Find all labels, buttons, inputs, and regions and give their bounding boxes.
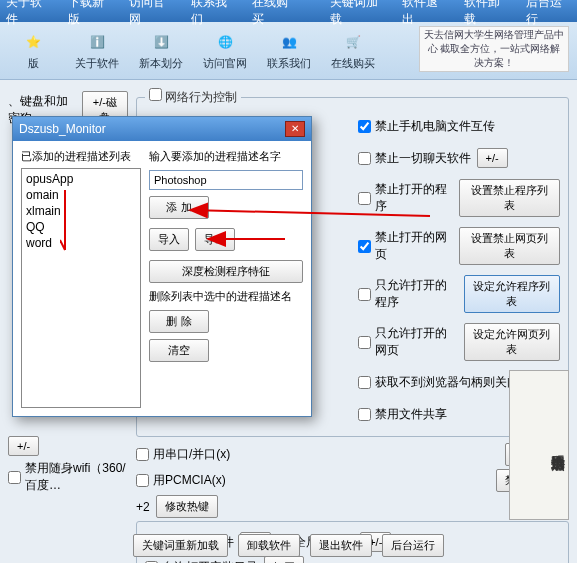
star-icon: ⭐	[21, 30, 45, 54]
list-item[interactable]: xlmain	[24, 203, 138, 219]
chk-wifi[interactable]: 禁用随身wifi（360/百度…	[8, 460, 128, 494]
side-banner[interactable]: 点击这里请求远程协助	[509, 370, 569, 520]
dialog-titlebar[interactable]: Dszusb_Monitor ✕	[13, 117, 311, 141]
btn-exit[interactable]: 退出软件	[310, 534, 372, 557]
close-icon[interactable]: ✕	[285, 121, 305, 137]
menu-uninstall[interactable]: 软件卸载	[464, 0, 510, 28]
btn-reload-keyword[interactable]: 关键词重新加载	[133, 534, 228, 557]
download-icon: ⬇️	[149, 30, 173, 54]
menu-about[interactable]: 关于软件	[6, 0, 52, 28]
process-listbox[interactable]: opusApp omain xlmain QQ word	[21, 168, 141, 408]
chk-noweb[interactable]: 禁止打开的网页	[358, 229, 453, 263]
menu-contact[interactable]: 联系我们	[191, 0, 237, 28]
chk-allowprog[interactable]: 只允许打开的程序	[358, 277, 458, 311]
chk-pcmcia[interactable]: 用PCMCIA(x)	[136, 472, 226, 489]
btn-noweb[interactable]: 设置禁止网页列表	[459, 227, 560, 265]
btn-uninstall[interactable]: 卸载软件	[238, 534, 300, 557]
input-label: 输入要添加的进程描述名字	[149, 149, 303, 164]
tb-buy[interactable]: 🛒在线购买	[324, 26, 382, 76]
tb-version[interactable]: ⭐版	[4, 26, 62, 76]
hotkey-suffix: +2	[136, 500, 150, 514]
btn-allowweb[interactable]: 设定允许网页列表	[464, 323, 560, 361]
process-name-input[interactable]	[149, 170, 303, 190]
menu-keyword[interactable]: 关键词加载	[330, 0, 387, 28]
tb-about[interactable]: ℹ️关于软件	[68, 26, 126, 76]
list-item[interactable]: QQ	[24, 219, 138, 235]
chk-allowweb[interactable]: 只允许打开的网页	[358, 325, 458, 359]
cart-icon: 🛒	[341, 30, 365, 54]
list-item[interactable]: word	[24, 235, 138, 251]
btn-background[interactable]: 后台运行	[382, 534, 444, 557]
info-icon: ℹ️	[85, 30, 109, 54]
add-button[interactable]: 添 加	[149, 196, 209, 219]
dialog-title-text: Dszusb_Monitor	[19, 122, 106, 136]
menu-buy[interactable]: 在线购买	[252, 0, 298, 28]
delete-button[interactable]: 删 除	[149, 310, 209, 333]
banner: 天去信网大学生网络管理产品中心 截取全方位，一站式网络解决方案！	[419, 26, 569, 72]
chk-install[interactable]: 允许打开安装目录	[145, 559, 258, 563]
menubar: 关于软件 下载新版 访问官网 联系我们 在线购买 关键词加载 软件退出 软件卸载…	[0, 0, 577, 22]
menu-site[interactable]: 访问官网	[129, 0, 175, 28]
btn-allowprog[interactable]: 设定允许程序列表	[464, 275, 560, 313]
deep-detect-button[interactable]: 深度检测程序特征	[149, 260, 303, 283]
list-item[interactable]: omain	[24, 187, 138, 203]
list-item[interactable]: opusApp	[24, 171, 138, 187]
tb-site[interactable]: 🌐访问官网	[196, 26, 254, 76]
small-toggle-button[interactable]: +/-	[8, 436, 39, 456]
chk-chat[interactable]: 禁止一切聊天软件	[358, 150, 471, 167]
btn-open[interactable]: 打开	[264, 556, 304, 563]
monitor-dialog: Dszusb_Monitor ✕ 已添加的进程描述列表 opusApp omai…	[12, 116, 312, 417]
export-button[interactable]: 导出	[195, 228, 235, 251]
tb-download[interactable]: ⬇️新本划分	[132, 26, 190, 76]
delete-label: 删除列表中选中的进程描述名	[149, 289, 303, 304]
chk-serial[interactable]: 用串口/并口(x)	[136, 446, 230, 463]
chk-phone[interactable]: 禁止手机电脑文件互传	[358, 118, 495, 135]
btn-noopen[interactable]: 设置禁止程序列表	[459, 179, 560, 217]
btn-hotkey[interactable]: 修改热键	[156, 495, 218, 518]
bottom-bar: 关键词重新加载 卸载软件 退出软件 后台运行	[8, 534, 569, 557]
btn-chat[interactable]: +/-	[477, 148, 508, 168]
menu-bg[interactable]: 后台运行	[526, 0, 572, 28]
clear-button[interactable]: 清空	[149, 339, 209, 362]
chk-noopen[interactable]: 禁止打开的程序	[358, 181, 453, 215]
contact-icon: 👥	[277, 30, 301, 54]
chk-share[interactable]: 禁用文件共享	[358, 406, 447, 423]
chk-net-enable[interactable]	[149, 88, 162, 101]
menu-exit[interactable]: 软件退出	[402, 0, 448, 28]
globe-icon: 🌐	[213, 30, 237, 54]
added-list-label: 已添加的进程描述列表	[21, 149, 141, 164]
import-button[interactable]: 导入	[149, 228, 189, 251]
tb-contact[interactable]: 👥联系我们	[260, 26, 318, 76]
menu-download[interactable]: 下载新版	[68, 0, 114, 28]
